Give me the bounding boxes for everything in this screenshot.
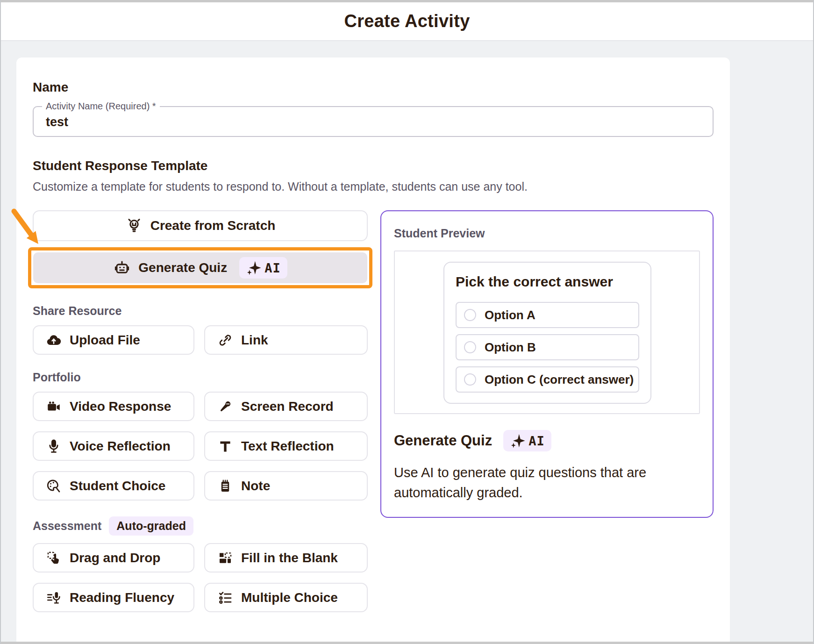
quiz-options-list: Option A Option B Option C (correct answ… [456,302,639,393]
ai-badge: AI [239,257,287,279]
activity-name-input[interactable] [45,108,692,136]
upload-file-button[interactable]: Upload File [33,325,194,355]
reading-fluency-button[interactable]: Reading Fluency [33,583,194,612]
window-top-edge [1,0,813,2]
generate-quiz-info-row: Generate Quiz AI [394,430,700,451]
link-label: Link [241,333,268,348]
student-choice-label: Student Choice [70,479,165,494]
template-row: Create from Scratch [33,210,714,612]
dialog-header: Create Activity [1,2,813,41]
text-reflection-label: Text Reflection [241,439,334,454]
create-activity-screen: Create Activity Name Activity Name (Requ… [0,0,814,644]
generate-quiz-label: Generate Quiz [138,260,227,275]
drag-and-drop-button[interactable]: Drag and Drop [33,543,194,572]
assessment-grid: Drag and Drop Fill in the Blank [33,543,368,612]
activity-name-label: Activity Name (Required) * [42,101,160,112]
reading-fluency-label: Reading Fluency [70,590,174,605]
quiz-preview-card: Pick the correct answer Option A Option … [443,262,651,404]
quiz-option-c[interactable]: Option C (correct answer) [456,366,639,393]
multiple-choice-button[interactable]: Multiple Choice [204,583,368,612]
text-reflection-button[interactable]: Text Reflection [204,431,368,461]
radio-icon[interactable] [464,341,476,353]
ai-badge: AI [503,430,551,451]
quiz-option-b[interactable]: Option B [456,334,639,360]
assessment-heading: Assessment [33,519,101,533]
student-preview-panel: Student Preview Pick the correct answer … [380,210,714,518]
voice-reflection-label: Voice Reflection [70,439,171,454]
template-description: Customize a template for students to res… [33,180,714,193]
portfolio-heading-row: Portfolio [33,371,368,384]
quiz-option-c-label: Option C (correct answer) [485,372,634,387]
tool-list-column: Create from Scratch [33,210,368,612]
share-resource-grid: Upload File Link [33,325,368,355]
generate-quiz-button[interactable]: Generate Quiz AI [33,252,367,283]
page-title: Create Activity [344,11,470,31]
handheld-mic-icon [217,399,233,415]
link-button[interactable]: Link [204,325,368,355]
blocks-icon [217,550,233,566]
student-preview-heading: Student Preview [394,227,700,240]
screen-record-label: Screen Record [241,399,334,414]
ai-badge-text: AI [528,434,545,448]
page-background: Name Activity Name (Required) * Student … [1,41,813,642]
drag-hand-icon [46,550,62,566]
palette-icon [46,478,62,494]
assessment-heading-row: Assessment Auto-graded [33,516,368,536]
notepad-icon [217,478,233,494]
create-from-scratch-label: Create from Scratch [150,218,276,233]
create-from-scratch-button[interactable]: Create from Scratch [33,210,368,241]
quiz-option-a[interactable]: Option A [456,302,639,328]
robot-icon [113,259,131,277]
video-response-button[interactable]: Video Response [33,392,194,421]
microphone-icon [46,438,62,454]
video-camera-icon [46,399,62,415]
drag-and-drop-label: Drag and Drop [70,551,160,565]
share-resource-heading: Share Resource [33,304,121,318]
generate-quiz-info-heading: Generate Quiz [394,432,492,449]
radio-icon[interactable] [464,309,476,321]
fill-in-the-blank-label: Fill in the Blank [241,551,338,565]
window-bottom-edge [1,642,813,644]
quiz-question-title: Pick the correct answer [456,274,639,290]
quiz-option-a-label: Option A [485,308,536,322]
multiple-choice-label: Multiple Choice [241,590,338,605]
quiz-option-b-label: Option B [485,340,536,355]
voice-reflection-button[interactable]: Voice Reflection [33,431,194,461]
generate-quiz-description: Use AI to generate quiz questions that a… [394,463,665,503]
sparkles-icon [246,260,262,276]
checklist-icon [217,590,233,606]
lightbulb-icon [125,217,143,235]
create-activity-card: Name Activity Name (Required) * Student … [16,57,730,642]
note-button[interactable]: Note [204,471,368,501]
ai-badge-text: AI [264,261,281,275]
radio-icon[interactable] [464,373,476,386]
sparkles-icon [510,433,526,449]
note-label: Note [241,479,270,494]
screen-record-button[interactable]: Screen Record [204,392,368,421]
upload-file-label: Upload File [70,333,140,348]
selected-highlight-box: Generate Quiz AI [28,247,372,288]
letter-t-icon [217,438,233,454]
cloud-upload-icon [46,332,62,348]
student-preview-canvas: Pick the correct answer Option A Option … [394,250,700,414]
share-resource-heading-row: Share Resource [33,304,368,318]
auto-graded-badge: Auto-graded [109,516,193,536]
portfolio-heading: Portfolio [33,371,81,384]
link-icon [217,332,233,348]
template-heading: Student Response Template [33,158,714,173]
student-choice-button[interactable]: Student Choice [33,471,194,501]
fill-in-the-blank-button[interactable]: Fill in the Blank [204,543,368,572]
video-response-label: Video Response [70,399,171,414]
name-heading: Name [33,80,714,95]
reading-mic-icon [46,590,62,606]
activity-name-field[interactable]: Activity Name (Required) * [33,106,714,137]
portfolio-grid: Video Response Screen Record [33,392,368,501]
